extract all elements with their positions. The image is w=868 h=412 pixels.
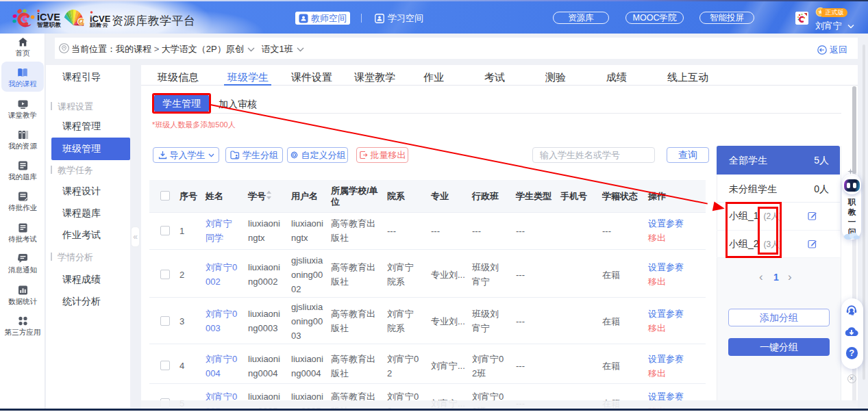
svg-text:职教云: 职教云 bbox=[89, 22, 108, 27]
svg-text:智慧职教: 智慧职教 bbox=[36, 21, 61, 28]
